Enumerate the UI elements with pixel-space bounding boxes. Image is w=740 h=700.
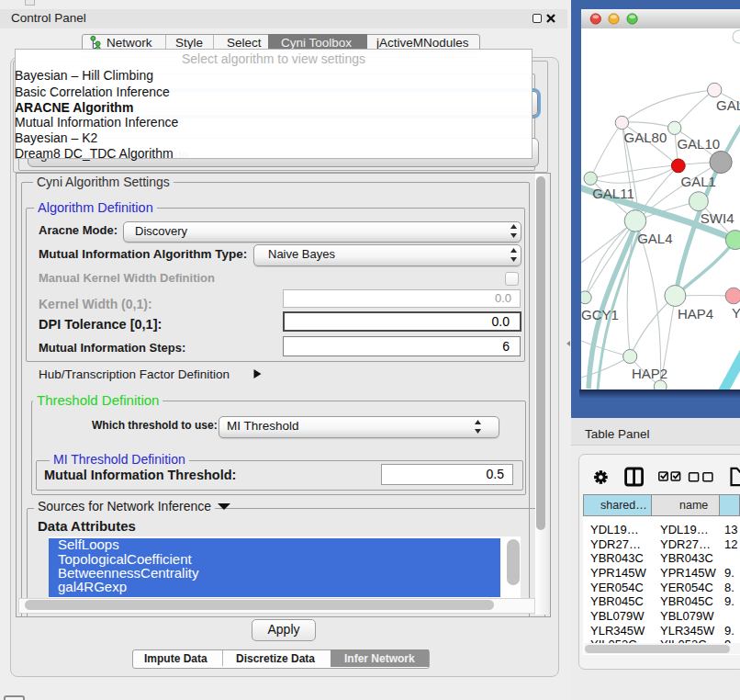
svg-text:GAL10: GAL10 (677, 136, 720, 152)
svg-text:GAL11: GAL11 (592, 186, 634, 201)
svg-text:SWI4: SWI4 (701, 210, 734, 226)
svg-text:HAP2: HAP2 (632, 366, 667, 381)
svg-text:GAL80: GAL80 (624, 130, 667, 145)
svg-text:HAP4: HAP4 (678, 306, 713, 322)
svg-text:GAL2: GAL2 (716, 97, 740, 113)
svg-text:GAL4: GAL4 (637, 231, 672, 246)
svg-text:Y: Y (732, 305, 740, 321)
svg-text:GCY1: GCY1 (581, 307, 619, 322)
svg-text:GAL1: GAL1 (681, 174, 716, 189)
